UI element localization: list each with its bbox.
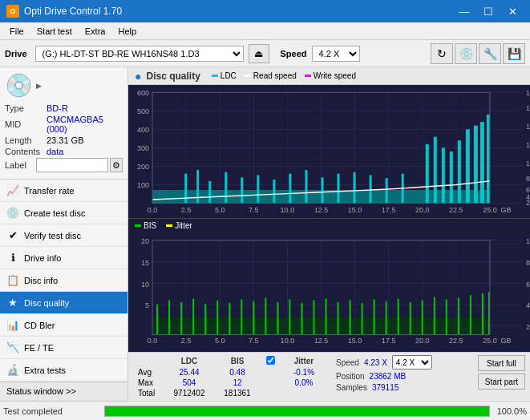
stats-header-empty	[133, 355, 165, 367]
stats-total-bis: 181361	[213, 388, 261, 398]
eject-button[interactable]: ⏏	[249, 44, 269, 63]
minimize-button[interactable]: —	[453, 3, 475, 19]
sidebar-item-fe-te[interactable]: 📉 FE / TE	[0, 337, 127, 359]
disc-mid-row: MID CMCMAGBA5 (000)	[5, 115, 123, 134]
drive-select[interactable]: (G:) HL-DT-ST BD-RE WH16NS48 1.D3	[35, 46, 244, 62]
toolbar-icons: ↻ 💿 🔧 💾	[431, 43, 525, 64]
svg-rect-119	[277, 302, 278, 335]
progress-bar-container	[104, 406, 490, 417]
svg-rect-124	[338, 302, 339, 335]
svg-rect-113	[204, 304, 206, 335]
disc-label-row: Label ⚙	[5, 158, 123, 172]
sidebar-item-disc-info[interactable]: 📋 Disc info	[0, 269, 127, 292]
stats-total-row: Total 9712402 181361	[133, 388, 328, 398]
svg-rect-133	[446, 300, 447, 335]
stats-table: LDC BIS Jitter Avg 25.44 0.48 -0.1%	[133, 355, 328, 398]
svg-text:5: 5	[145, 301, 149, 309]
sidebar-item-cd-bler[interactable]: 📊 CD Bler	[0, 314, 127, 337]
status-window-button[interactable]: Status window >>	[0, 382, 127, 401]
stats-total-ldc: 9712402	[165, 388, 213, 398]
label-browse-button[interactable]: ⚙	[110, 158, 123, 172]
sidebar-item-extra-tests[interactable]: 🔬 Extra tests	[0, 359, 127, 382]
svg-rect-63	[442, 147, 445, 203]
svg-rect-115	[229, 303, 230, 335]
svg-text:12.5: 12.5	[314, 337, 329, 345]
jitter-label: Jitter	[175, 221, 192, 230]
svg-rect-61	[426, 144, 429, 204]
stats-max-label: Max	[133, 378, 165, 388]
chart-title-text: Disc quality	[146, 71, 200, 82]
speed-stat-select[interactable]: 4.2 X	[392, 355, 432, 370]
stats-max-row: Max 504 12 0.0%	[133, 378, 328, 388]
sidebar-item-create-test-disc[interactable]: 💿 Create test disc	[0, 202, 127, 224]
drivebar: Drive (G:) HL-DT-ST BD-RE WH16NS48 1.D3 …	[0, 40, 530, 67]
svg-rect-47	[196, 170, 199, 204]
svg-rect-55	[321, 177, 323, 203]
svg-text:10.0: 10.0	[281, 206, 295, 214]
svg-text:25.0: 25.0	[483, 206, 497, 214]
start-full-button[interactable]: Start full	[478, 355, 525, 371]
disc-mid-label: MID	[5, 119, 47, 129]
progress-bar-fill	[105, 406, 489, 416]
svg-text:18X: 18X	[526, 89, 530, 97]
menu-help[interactable]: Help	[111, 25, 143, 38]
svg-rect-69	[487, 115, 490, 204]
speed-select[interactable]: 4.2 X	[312, 46, 360, 62]
sidebar: 💿 ▶ Type BD-R MID CMCMAGBA5 (000) Length…	[0, 67, 128, 401]
app-icon: O	[6, 5, 19, 18]
svg-text:10.0: 10.0	[281, 337, 295, 345]
create-test-disc-icon: 💿	[6, 207, 19, 220]
svg-text:300: 300	[137, 144, 149, 152]
svg-rect-116	[241, 300, 242, 335]
menubar: File Start test Extra Help	[0, 22, 530, 40]
stats-max-ldc: 504	[165, 378, 213, 388]
sidebar-item-drive-info[interactable]: ℹ Drive info	[0, 247, 127, 269]
speed-stat-label: Speed	[336, 358, 359, 367]
disc-type-label: Type	[5, 103, 47, 113]
svg-text:8X: 8X	[526, 175, 530, 183]
settings-button[interactable]: 🔧	[479, 43, 501, 64]
jitter-dot	[166, 224, 172, 227]
titlebar-controls: — ☐ ✕	[453, 3, 524, 19]
svg-text:7.5: 7.5	[249, 206, 259, 214]
jitter-checkbox[interactable]	[266, 356, 275, 365]
svg-text:15.0: 15.0	[348, 337, 362, 345]
stats-avg-bis: 0.48	[213, 367, 261, 378]
svg-text:20.0: 20.0	[415, 337, 430, 345]
save-button[interactable]: 💾	[503, 43, 525, 64]
sidebar-item-verify-test-disc[interactable]: ✔ Verify test disc	[0, 224, 127, 247]
svg-rect-108	[152, 317, 490, 334]
svg-text:2.5: 2.5	[181, 206, 192, 214]
sidebar-item-label: Create test disc	[24, 208, 85, 218]
refresh-button[interactable]: ↻	[431, 43, 453, 64]
svg-text:600: 600	[137, 89, 149, 97]
disc-small-icon: ▶	[36, 82, 42, 90]
stats-total-label: Total	[133, 388, 165, 398]
svg-rect-123	[325, 299, 326, 335]
sidebar-item-disc-quality[interactable]: ★ Disc quality	[0, 292, 127, 314]
disc-contents-row: Contents data	[5, 147, 123, 156]
sidebar-item-transfer-rate[interactable]: 📈 Transfer rate	[0, 180, 127, 202]
position-label: Position	[336, 372, 365, 381]
svg-rect-120	[289, 300, 290, 335]
speed-label: Speed	[281, 49, 307, 59]
disc-button[interactable]: 💿	[455, 43, 477, 64]
svg-rect-53	[289, 174, 291, 204]
menu-file[interactable]: File	[3, 25, 30, 38]
legend-jitter: Jitter	[166, 221, 192, 230]
menu-extra[interactable]: Extra	[79, 25, 112, 38]
status-text: Test completed	[3, 406, 99, 416]
svg-rect-131	[422, 301, 423, 335]
close-button[interactable]: ✕	[501, 3, 524, 19]
drive-info-icon: ℹ	[6, 252, 19, 265]
disc-label-input[interactable]	[36, 158, 108, 172]
stats-jitter-checkbox-cell[interactable]	[261, 355, 280, 367]
svg-rect-66	[466, 129, 470, 203]
svg-text:400: 400	[137, 126, 149, 134]
menu-start-test[interactable]: Start test	[30, 25, 79, 38]
maximize-button[interactable]: ☐	[477, 3, 500, 19]
start-buttons: Start full Start part	[478, 355, 525, 390]
start-part-button[interactable]: Start part	[478, 374, 525, 390]
svg-rect-136	[482, 293, 483, 334]
svg-text:20.0: 20.0	[415, 206, 430, 214]
